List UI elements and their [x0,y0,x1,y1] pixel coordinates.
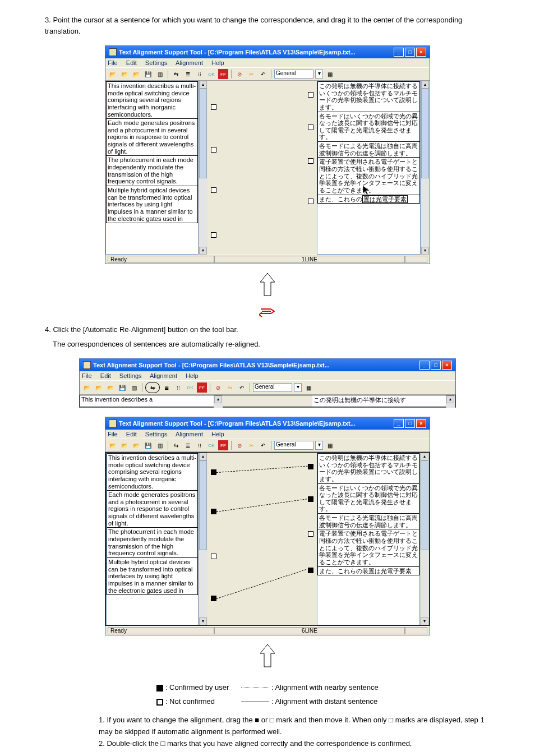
save-icon[interactable]: 💾 [117,382,127,393]
align-mark-unconfirmed[interactable] [211,104,216,110]
ff-button[interactable]: FF [218,69,228,79]
scroll-up-icon[interactable]: ▴ [199,81,207,89]
menu-file[interactable]: File [108,59,118,66]
scrollbar-thumb[interactable] [199,89,207,178]
menu-edit[interactable]: Edit [100,372,111,379]
src-block[interactable]: This invention describes a multi-mode op… [106,81,198,119]
scrollbar-left[interactable]: ▴ ▾ [199,81,207,255]
src-block[interactable]: Multiple hybrid optical devices can be t… [106,186,198,223]
scrollbar-thumb[interactable] [421,89,429,178]
undo-icon[interactable]: ↶ [258,440,268,450]
maximize-button[interactable]: □ [405,419,415,428]
ok-button[interactable]: OK [206,69,216,79]
no-icon[interactable]: ⊘ [234,69,245,79]
align-mark-unconfirmed[interactable] [211,147,216,153]
maximize-button[interactable]: □ [405,48,415,57]
align-mark-confirmed[interactable] [211,509,216,514]
tgt-block[interactable]: 各モードによる光電流は独自に高周波制御信号の伝達を調節します。 [317,141,421,158]
scrollbar-left[interactable]: ▴ ▾ [199,453,207,625]
align-mark-unconfirmed[interactable] [308,531,313,537]
open2-icon[interactable]: 📂 [119,69,130,79]
align-mark-unconfirmed[interactable] [211,554,216,559]
titlebar[interactable]: Text Alignment Support Tool - [C:\Progra… [80,359,455,371]
menu-alignment[interactable]: Alignment [176,431,203,437]
doc-icon[interactable]: ▥ [155,440,165,450]
minimize-button[interactable]: _ [394,419,404,428]
align-mark-confirmed[interactable] [211,469,216,475]
src-block[interactable]: Each mode generates positrons and a phot… [106,118,198,156]
maximize-button[interactable]: □ [431,361,441,370]
dict-icon[interactable]: ▦ [325,440,335,450]
align-mark-unconfirmed[interactable] [211,232,216,238]
tgt-block[interactable]: この発明は無機の半導体に接続するいくつかの領域を包括するマルチモードの光学切換装… [317,453,420,484]
menu-alignment[interactable]: Alignment [176,59,203,66]
scroll-down-icon[interactable]: ▾ [421,247,429,255]
tgt-block[interactable]: また、これらの装置は光電子要素 [317,566,420,576]
realign-icon[interactable]: ⇆ [171,69,181,79]
scroll-down-icon[interactable]: ▾ [199,617,207,625]
menu-settings[interactable]: Settings [119,372,142,379]
align-mark-unconfirmed[interactable] [308,92,313,98]
menu-file[interactable]: File [108,431,118,437]
tgt-block[interactable]: 各モードはいくつかの領域で光の異なった波長に関する制御信号に対応して陽電子と光電… [317,112,421,142]
scrollbar-right[interactable]: ▴ ▾ [420,453,429,625]
align-mark-confirmed[interactable] [308,464,313,469]
close-button[interactable]: × [416,419,426,428]
tgt-block[interactable]: 各モードによる光電流は独自に高周波制御信号の伝達を調節します。 [317,513,420,529]
combo-dropdown-icon[interactable]: ▾ [315,70,323,79]
list2-icon[interactable]: ⁝⁝ [195,69,205,79]
src-block[interactable]: The photocurrent in each mode independen… [106,155,198,186]
dict-icon[interactable]: ▦ [303,382,313,393]
scroll-up-icon[interactable]: ▴ [421,81,429,89]
scroll-up-icon[interactable]: ▴ [446,395,454,403]
combo-dropdown-icon[interactable]: ▾ [294,383,302,392]
menu-edit[interactable]: Edit [126,431,137,437]
menu-alignment[interactable]: Alignment [150,372,177,379]
close-button[interactable]: × [416,48,426,57]
ff-button[interactable]: FF [197,382,207,393]
menu-help[interactable]: Help [186,372,199,379]
list-icon[interactable]: ≣ [183,440,193,450]
open3-icon[interactable]: 📂 [131,69,141,79]
scroll-down-icon[interactable]: ▾ [199,247,207,255]
align-mark-confirmed[interactable] [211,596,216,601]
scissors-icon[interactable]: ✂ [225,382,235,393]
open3-icon[interactable]: 📂 [105,382,116,393]
scrollbar-right[interactable]: ▴ ▾ [421,81,430,255]
menu-help[interactable]: Help [211,431,224,437]
close-button[interactable]: × [442,361,452,370]
undo-icon[interactable]: ↶ [258,69,268,79]
undo-icon[interactable]: ↶ [237,382,247,393]
combo-dropdown-icon[interactable]: ▾ [315,441,323,450]
save-icon[interactable]: 💾 [143,440,153,450]
no-icon[interactable]: ⊘ [213,382,223,393]
scroll-down-icon[interactable]: ▾ [421,617,428,625]
align-mark-unconfirmed[interactable] [308,125,313,130]
scroll-up-icon[interactable]: ▴ [199,453,207,460]
open2-icon[interactable]: 📂 [94,382,104,393]
open-icon[interactable]: 📂 [82,382,92,393]
save-icon[interactable]: 💾 [143,69,153,79]
src-block[interactable]: Multiple hybrid optical devices can be t… [107,557,198,595]
menu-help[interactable]: Help [211,59,224,66]
tgt-block[interactable]: 各モードはいくつかの領域で光の異なった波長に関する制御信号に対応して陽電子と光電… [317,483,420,514]
category-combo[interactable]: General [274,441,313,450]
open2-icon[interactable]: 📂 [119,440,130,450]
realign-icon[interactable]: ⇆ [147,382,158,393]
tgt-block[interactable]: 電子装置で使用される電子ゲートと同様の方法で軽い衝動を使用することによって、複数… [317,529,420,566]
scroll-up-icon[interactable]: ▴ [214,395,222,403]
drag-target-box[interactable]: 置は光電子要素 [362,195,408,203]
scrollbar-thumb[interactable] [421,460,428,550]
menu-file[interactable]: File [82,372,92,379]
scrollbar-left[interactable]: ▴ [214,395,223,408]
scrollbar-thumb[interactable] [199,460,207,550]
src-block[interactable]: Each mode generates positrons and a phot… [107,490,198,528]
list-icon[interactable]: ≣ [162,382,172,393]
align-mark-confirmed[interactable] [308,496,313,502]
list2-icon[interactable]: ⁝⁝ [173,382,183,393]
titlebar[interactable]: Text Alignment Support Tool - [C:\Progra… [105,417,430,430]
minimize-button[interactable]: _ [419,361,430,370]
list-icon[interactable]: ≣ [183,69,193,79]
open-icon[interactable]: 📂 [108,440,118,450]
category-combo[interactable]: General [253,383,292,392]
